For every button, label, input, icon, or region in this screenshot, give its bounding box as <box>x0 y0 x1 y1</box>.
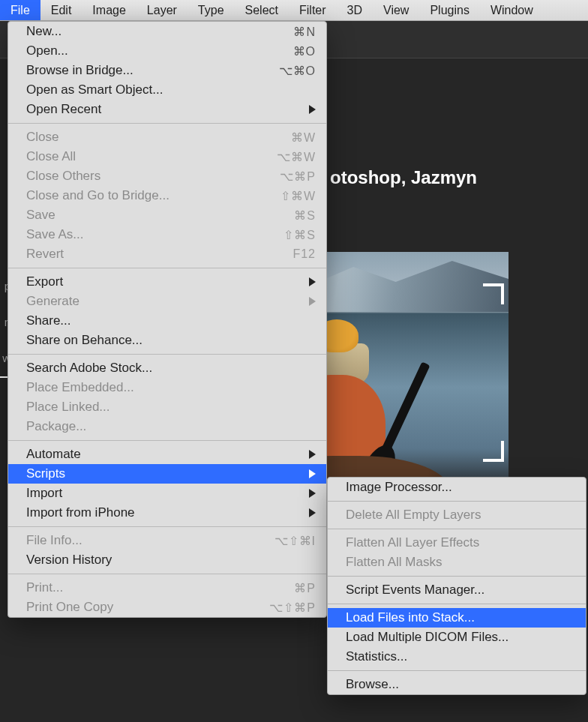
menu-item-flatten-all-layer-effects: Flatten All Layer Effects <box>328 533 586 553</box>
menubar-item-type[interactable]: Type <box>188 0 235 20</box>
menubar-item-select[interactable]: Select <box>235 0 289 20</box>
scripts-submenu: Image Processor...Delete All Empty Layer… <box>327 477 586 695</box>
menu-item-label: Search Adobe Stock... <box>26 361 316 376</box>
menu-separator <box>8 574 326 574</box>
menu-item-label: Export <box>26 274 309 289</box>
menu-item-close-all: Close All⌥⌘W <box>8 147 326 166</box>
crop-mark-icon <box>483 283 504 304</box>
menubar-item-filter[interactable]: Filter <box>289 0 337 20</box>
menu-item-label: Share on Behance... <box>26 333 316 348</box>
menu-item-label: Place Linked... <box>26 400 316 415</box>
menu-item-close-and-go-to-bridge: Close and Go to Bridge...⇧⌘W <box>8 186 326 205</box>
menu-item-label: Open as Smart Object... <box>26 82 316 97</box>
menu-item-print-one-copy: Print One Copy⌥⇧⌘P <box>8 598 326 617</box>
menu-item-label: Script Events Manager... <box>346 583 575 598</box>
menu-item-load-files-into-stack[interactable]: Load Files into Stack... <box>328 608 586 628</box>
menu-item-version-history[interactable]: Version History <box>8 550 326 570</box>
menu-item-script-events-manager[interactable]: Script Events Manager... <box>328 580 586 600</box>
menu-item-new[interactable]: New...⌘N <box>8 22 326 41</box>
menubar-item-edit[interactable]: Edit <box>40 0 82 20</box>
menu-item-browse-in-bridge[interactable]: Browse in Bridge...⌥⌘O <box>8 61 326 80</box>
menu-separator <box>328 576 586 577</box>
menu-item-scripts[interactable]: Scripts <box>8 464 326 484</box>
welcome-text: otoshop, Jazmyn <box>330 167 477 188</box>
menu-item-package: Package... <box>8 417 326 436</box>
menubar-item-view[interactable]: View <box>373 0 419 20</box>
menu-item-automate[interactable]: Automate <box>8 445 326 464</box>
menu-item-export[interactable]: Export <box>8 272 326 292</box>
menu-item-label: Close and Go to Bridge... <box>26 188 268 203</box>
menu-item-import[interactable]: Import <box>8 484 326 503</box>
menu-separator <box>328 529 586 529</box>
menu-item-print: Print...⌘P <box>8 578 326 598</box>
menu-item-save: Save⌘S <box>8 205 326 225</box>
menu-shortcut: ⌘S <box>294 208 316 223</box>
menu-item-open-recent[interactable]: Open Recent <box>8 100 326 119</box>
menubar-item-plugins[interactable]: Plugins <box>419 0 479 20</box>
menu-separator <box>328 604 586 604</box>
menu-item-flatten-all-masks: Flatten All Masks <box>328 553 586 572</box>
menu-shortcut: ⌘N <box>293 25 316 39</box>
menu-item-label: Place Embedded... <box>26 380 316 395</box>
menu-item-statistics[interactable]: Statistics... <box>328 647 586 667</box>
menu-item-label: Revert <box>26 247 280 262</box>
submenu-arrow-icon <box>309 508 316 517</box>
menubar-item-layer[interactable]: Layer <box>136 0 188 20</box>
menu-item-label: Statistics... <box>346 649 575 664</box>
menubar-item-3d[interactable]: 3D <box>337 0 373 20</box>
menu-item-label: Flatten All Masks <box>346 555 575 570</box>
file-menu: New...⌘NOpen...⌘OBrowse in Bridge...⌥⌘OO… <box>8 21 327 618</box>
menu-shortcut: ⌥⌘P <box>280 169 316 184</box>
menubar-item-file[interactable]: File <box>0 0 40 20</box>
menu-item-label: Share... <box>26 313 316 328</box>
menu-shortcut: ⌘O <box>293 44 316 58</box>
menu-item-label: Import from iPhone <box>26 505 309 520</box>
menu-item-label: Print One Copy <box>26 600 257 615</box>
menu-separator <box>8 268 326 268</box>
menu-item-label: Generate <box>26 294 309 309</box>
menu-item-label: Automate <box>26 447 309 462</box>
menu-item-search-adobe-stock[interactable]: Search Adobe Stock... <box>8 358 326 378</box>
menu-item-generate: Generate <box>8 292 326 311</box>
menu-item-place-embedded: Place Embedded... <box>8 378 326 397</box>
menubar: FileEditImageLayerTypeSelectFilter3DView… <box>0 0 588 21</box>
menu-item-close-others: Close Others⌥⌘P <box>8 166 326 186</box>
menu-item-label: New... <box>26 24 281 39</box>
crop-mark-icon <box>483 441 504 462</box>
menu-item-share-on-behance[interactable]: Share on Behance... <box>8 331 326 350</box>
menu-item-save-as: Save As...⇧⌘S <box>8 225 326 244</box>
submenu-arrow-icon <box>309 105 316 114</box>
menu-shortcut: ⇧⌘W <box>280 189 316 203</box>
menu-item-file-info: File Info...⌥⇧⌘I <box>8 531 326 550</box>
submenu-arrow-icon <box>309 297 316 306</box>
menubar-item-image[interactable]: Image <box>82 0 136 20</box>
menu-item-import-from-iphone[interactable]: Import from iPhone <box>8 503 326 523</box>
menu-shortcut: F12 <box>292 247 316 261</box>
menu-separator <box>8 440 326 441</box>
menu-item-image-processor[interactable]: Image Processor... <box>328 478 586 497</box>
menu-item-label: Close <box>26 130 279 145</box>
menu-item-label: Load Multiple DICOM Files... <box>346 630 575 645</box>
menu-separator <box>8 354 326 355</box>
menu-item-label: File Info... <box>26 533 262 548</box>
menu-item-label: Load Files into Stack... <box>346 610 575 625</box>
menu-item-label: Close Others <box>26 169 268 184</box>
menu-item-label: Print... <box>26 580 282 595</box>
menubar-item-window[interactable]: Window <box>480 0 544 20</box>
menu-item-open[interactable]: Open...⌘O <box>8 41 326 61</box>
menu-item-label: Close All <box>26 149 265 164</box>
menu-item-load-multiple-dicom-files[interactable]: Load Multiple DICOM Files... <box>328 628 586 647</box>
menu-item-share[interactable]: Share... <box>8 311 326 331</box>
menu-item-label: Package... <box>26 419 316 434</box>
menu-item-close: Close⌘W <box>8 127 326 147</box>
submenu-arrow-icon <box>309 489 316 498</box>
submenu-arrow-icon <box>309 450 316 459</box>
menu-shortcut: ⌥⌘W <box>277 150 316 164</box>
menu-item-open-as-smart-object[interactable]: Open as Smart Object... <box>8 80 326 100</box>
menu-shortcut: ⌥⇧⌘P <box>269 601 316 615</box>
menu-separator <box>328 501 586 502</box>
menu-item-browse[interactable]: Browse... <box>328 675 586 694</box>
menu-item-label: Flatten All Layer Effects <box>346 535 575 550</box>
menu-shortcut: ⇧⌘S <box>284 228 316 242</box>
menu-item-label: Save As... <box>26 227 272 242</box>
